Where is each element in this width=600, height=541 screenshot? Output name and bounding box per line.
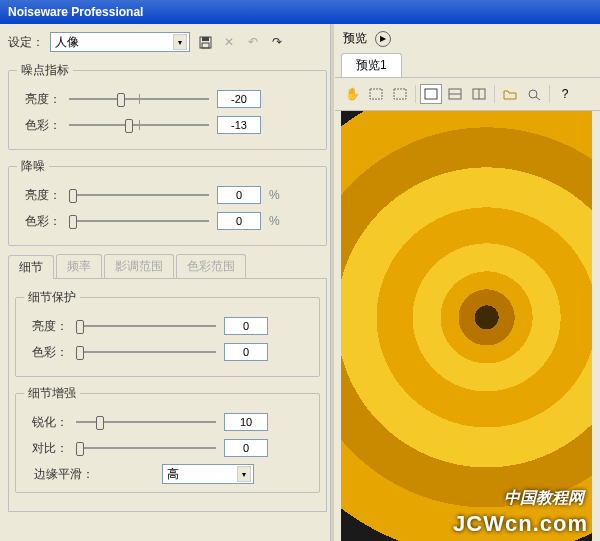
view-split-h-icon[interactable] [444,84,466,104]
contrast-label: 对比： [24,440,68,457]
rose-image [341,111,592,541]
svg-line-11 [536,97,540,100]
separator [415,85,416,103]
save-icon[interactable] [196,33,214,51]
dp-brightness-value[interactable]: 0 [224,317,268,335]
preset-value: 人像 [55,34,79,51]
folder-icon[interactable] [499,84,521,104]
nr-color-slider[interactable] [69,211,209,231]
detail-enhance-legend: 细节增强 [24,385,80,402]
detail-protect-legend: 细节保护 [24,289,80,306]
noise-indicator-legend: 噪点指标 [17,62,73,79]
undo-icon[interactable]: ↶ [244,33,262,51]
edge-value: 高 [167,466,179,483]
tab-frequency[interactable]: 频率 [56,254,102,278]
nr-brightness-value[interactable]: 0 [217,186,261,204]
noise-indicator-group: 噪点指标 亮度： -20 色彩： -13 [8,62,327,150]
dp-color-label: 色彩： [24,344,68,361]
percent-label: % [269,214,281,228]
preset-dropdown[interactable]: 人像 ▾ [50,32,190,52]
separator [549,85,550,103]
svg-rect-2 [202,43,209,48]
marquee-icon[interactable] [365,84,387,104]
sharpen-label: 锐化： [24,414,68,431]
dp-brightness-slider[interactable] [76,316,216,336]
noise-reduction-legend: 降噪 [17,158,49,175]
watermark-url: JCWcn.com [453,511,588,537]
view-split-v-icon[interactable] [468,84,490,104]
preset-label: 设定： [8,34,44,51]
window-title: Noiseware Professional [8,5,143,19]
edge-label: 边缘平滑： [24,466,94,483]
nr-brightness-label: 亮度： [17,187,61,204]
nr-color-label: 色彩： [17,213,61,230]
svg-rect-5 [425,89,437,99]
preview-toolbar: ✋ ? [335,78,600,111]
contrast-value[interactable]: 0 [224,439,268,457]
detail-tabs: 细节 频率 影调范围 色彩范围 [8,254,327,279]
brightness-value[interactable]: -20 [217,90,261,108]
nr-brightness-slider[interactable] [69,185,209,205]
sharpen-slider[interactable] [76,412,216,432]
panel-divider[interactable] [330,24,334,541]
svg-rect-3 [370,89,382,99]
watermark-text: 中国教程网 [504,488,584,509]
noise-reduction-group: 降噪 亮度： 0 % 色彩： 0 % [8,158,327,246]
color-slider[interactable] [69,115,209,135]
nr-color-value[interactable]: 0 [217,212,261,230]
percent-label: % [269,188,281,202]
color-value[interactable]: -13 [217,116,261,134]
separator [494,85,495,103]
help-icon[interactable]: ? [554,84,576,104]
tab-detail[interactable]: 细节 [8,255,54,279]
hand-icon[interactable]: ✋ [341,84,363,104]
brightness-label: 亮度： [17,91,61,108]
tab-content: 细节保护 亮度： 0 色彩： 0 细节增强 [8,279,327,512]
svg-rect-4 [394,89,406,99]
crop-icon[interactable] [389,84,411,104]
svg-rect-1 [202,37,209,41]
preview-image[interactable]: 中国教程网 JCWcn.com [341,111,592,541]
window-titlebar: Noiseware Professional [0,0,600,24]
settings-panel: 设定： 人像 ▾ ✕ ↶ ↷ 噪点指标 亮度： -20 [0,24,335,541]
view-single-icon[interactable] [420,84,442,104]
color-label: 色彩： [17,117,61,134]
play-icon[interactable]: ▶ [375,31,391,47]
brightness-slider[interactable] [69,89,209,109]
sharpen-value[interactable]: 10 [224,413,268,431]
preview-panel: 预览 ▶ 预览1 ✋ [335,24,600,541]
delete-icon[interactable]: ✕ [220,33,238,51]
contrast-slider[interactable] [76,438,216,458]
edge-dropdown[interactable]: 高 ▾ [162,464,254,484]
svg-point-10 [529,90,537,98]
detail-enhance-group: 细节增强 锐化： 10 对比： 0 边缘平滑： [15,385,320,493]
chevron-down-icon: ▾ [173,34,187,50]
tab-color-range[interactable]: 色彩范围 [176,254,246,278]
preview-label: 预览 [343,30,367,47]
dp-color-slider[interactable] [76,342,216,362]
dp-color-value[interactable]: 0 [224,343,268,361]
zoom-icon[interactable] [523,84,545,104]
redo-icon[interactable]: ↷ [268,33,286,51]
detail-protect-group: 细节保护 亮度： 0 色彩： 0 [15,289,320,377]
dp-brightness-label: 亮度： [24,318,68,335]
tab-tonal-range[interactable]: 影调范围 [104,254,174,278]
chevron-down-icon: ▾ [237,466,251,482]
preview-tab[interactable]: 预览1 [341,53,402,77]
